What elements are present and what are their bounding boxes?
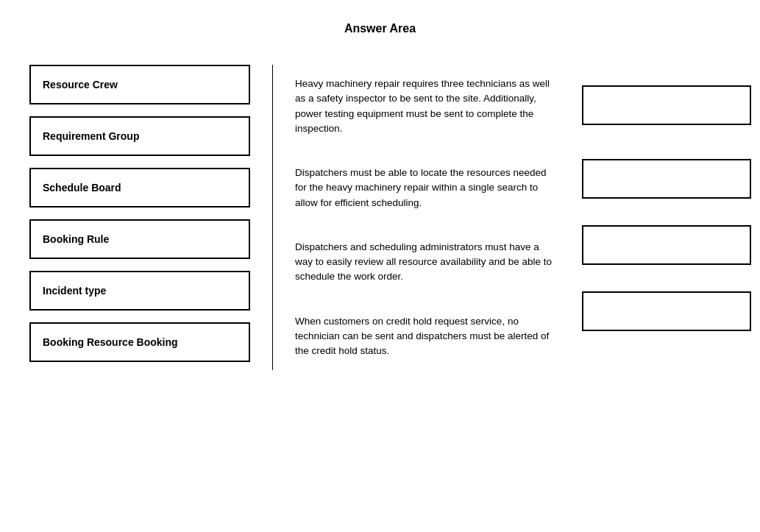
drop-zone-2[interactable]	[582, 159, 751, 199]
drag-item-booking-rule[interactable]: Booking Rule	[29, 219, 250, 259]
scenarios-column: Heavy machinery repair requires three te…	[295, 65, 567, 370]
drop-zone-wrapper-3	[582, 212, 751, 278]
scenario-2: Dispatchers must be able to locate the r…	[295, 154, 567, 222]
drop-zone-3[interactable]	[582, 225, 751, 265]
drop-zone-4[interactable]	[582, 291, 751, 331]
drag-item-booking-resource-booking[interactable]: Booking Resource Booking	[29, 322, 250, 362]
drag-item-requirement-group[interactable]: Requirement Group	[29, 116, 250, 156]
scenario-4: When customers on credit hold request se…	[295, 302, 567, 371]
drop-zones-column	[582, 65, 751, 370]
vertical-divider	[272, 65, 273, 370]
drag-item-resource-crew[interactable]: Resource Crew	[29, 65, 250, 104]
drag-item-schedule-board[interactable]: Schedule Board	[29, 168, 250, 208]
drop-zone-wrapper-1	[582, 65, 751, 146]
drop-zone-wrapper-2	[582, 146, 751, 212]
drag-item-incident-type[interactable]: Incident type	[29, 271, 250, 311]
drop-zone-1[interactable]	[582, 85, 751, 125]
scenario-3: Dispatchers and scheduling administrator…	[295, 228, 567, 297]
page-title: Answer Area	[0, 0, 760, 50]
left-items-column: Resource Crew Requirement Group Schedule…	[29, 65, 250, 370]
scenario-1: Heavy machinery repair requires three te…	[295, 65, 567, 148]
drop-zone-wrapper-4	[582, 278, 751, 344]
